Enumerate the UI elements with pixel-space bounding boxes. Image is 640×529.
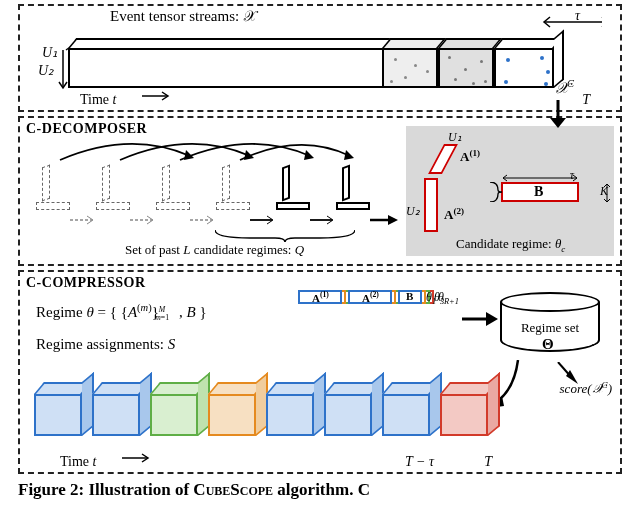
tensor-bar: U₁ U₂ — [42, 34, 608, 96]
tensor-segment-current — [494, 48, 554, 88]
c-decomposer-title: C-DECOMPOSER — [26, 121, 147, 137]
svg-marker-9 — [344, 150, 354, 160]
brace-icon — [215, 228, 355, 242]
cube-row — [34, 382, 500, 452]
theta-1-label: θ1 — [426, 290, 436, 306]
t-minus-tau-label: T − τ — [405, 454, 434, 470]
u2-label: U₂ — [406, 204, 420, 219]
regime-cube — [92, 382, 156, 442]
tensor-segment-current-top — [494, 38, 562, 48]
regime-cube — [324, 382, 388, 442]
arc-arrows — [40, 136, 360, 164]
decomposer-sequence: Set of past L candidate regimes: Q — [30, 136, 395, 258]
regime-cube — [34, 382, 98, 442]
tensor-segment-1-top — [382, 38, 446, 48]
factor-a1 — [428, 144, 458, 174]
q-label: Set of past L candidate regimes: Q — [125, 242, 304, 258]
theta-set-symbol: Θ — [542, 336, 554, 353]
score-label: score(𝒳C) — [560, 380, 612, 397]
tensor-segment-2-top — [438, 38, 502, 48]
T-label: T — [484, 454, 492, 470]
time-arrow-icon — [142, 91, 172, 101]
factor-stack: A(1) A(2) B θR+1 θ3 θ1 — [298, 290, 448, 370]
a1-stack-label: A(1) — [312, 290, 329, 304]
panel-c-decomposer: C-DECOMPOSER — [18, 116, 622, 266]
u1-axis-label: U₁ — [42, 44, 58, 61]
tensor-segment-2 — [438, 48, 494, 88]
time-axis-label: Time t — [80, 92, 116, 108]
a2-label: A(2) — [444, 206, 464, 223]
tau-span-arrow — [542, 16, 602, 28]
T-label: T — [582, 92, 590, 108]
panel-event-tensor-streams: Event tensor streams: 𝒳 τ U₁ U₂ — [18, 4, 622, 112]
figure-caption: Figure 2: Illustration of CubeScope algo… — [18, 480, 622, 500]
down-arrow-icon — [546, 100, 570, 128]
xc-label: 𝒳C — [555, 78, 574, 97]
caption-suffix: algorithm. C — [277, 480, 370, 499]
regime-equation: Regime θ = { {A(m)}Mm=1, B } — [36, 302, 207, 322]
dots — [496, 50, 552, 86]
regime-set-label: Regime set — [508, 320, 592, 336]
regime-cube — [266, 382, 330, 442]
panel-c-compressor: C-COMPRESSOR Regime θ = { {A(m)}Mm=1, B … — [18, 270, 622, 474]
tensor-segment-1 — [382, 48, 438, 88]
candidate-regime-label: Candidate regime: θc — [456, 236, 565, 254]
event-tensor-label: Event tensor streams: 𝒳 — [110, 8, 255, 25]
figure-container: Event tensor streams: 𝒳 τ U₁ U₂ — [0, 4, 640, 500]
cylinder-top — [500, 292, 600, 312]
tau-span-arrow — [501, 174, 579, 182]
svg-marker-20 — [486, 312, 498, 326]
u2-axis-label: U₂ — [38, 62, 54, 79]
time-arrow-icon — [122, 453, 152, 463]
dots — [384, 50, 436, 86]
u1-label: U₁ — [448, 130, 462, 145]
svg-marker-5 — [550, 118, 566, 128]
regime-cube — [150, 382, 214, 442]
regime-cube-current — [440, 382, 504, 442]
regime-assignments-label: Regime assignments: S — [36, 336, 175, 353]
brace-small-icon — [488, 182, 502, 202]
regime-cube — [208, 382, 272, 442]
a1-label: A(1) — [460, 148, 480, 165]
right-arrow-icon — [462, 310, 498, 328]
svg-marker-8 — [304, 150, 314, 160]
svg-marker-16 — [388, 215, 398, 225]
regime-cube — [382, 382, 446, 442]
regime-set-cylinder: Regime set Θ — [500, 292, 600, 360]
b-stack-label: B — [406, 290, 413, 302]
caption-prefix: Figure 2: Illustration of — [18, 480, 193, 499]
a2-stack-label: A(2) — [362, 290, 379, 304]
time-axis-label: Time t — [60, 454, 96, 470]
k-span-arrow — [602, 182, 612, 204]
b-label: B — [534, 184, 543, 200]
caption-name: CubeScope — [193, 480, 273, 499]
c-compressor-title: C-COMPRESSOR — [26, 275, 146, 291]
dots — [440, 50, 492, 86]
u2-arrow-icon — [58, 48, 68, 92]
candidate-regime-box: U₁ U₂ τ K A(1) A(2) B Candidate — [406, 126, 614, 256]
factor-a2 — [424, 178, 438, 232]
